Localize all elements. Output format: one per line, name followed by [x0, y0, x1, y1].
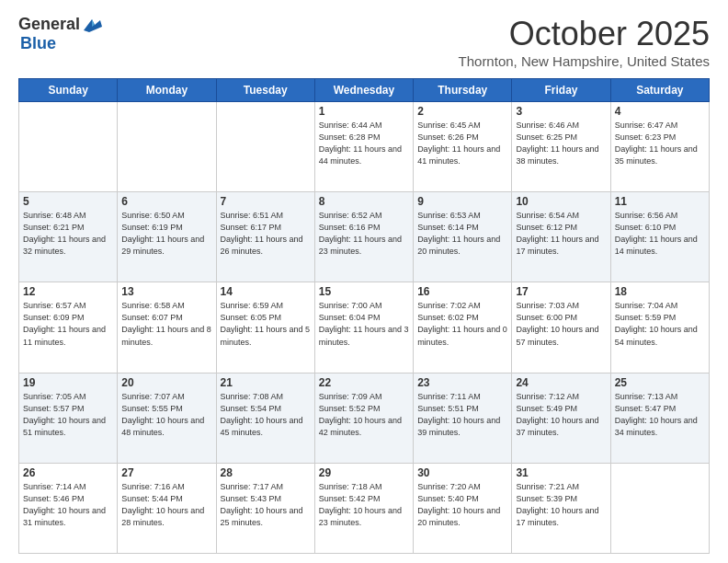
table-row: 15 Sunrise: 7:00 AM Sunset: 6:04 PM Dayl…	[314, 282, 413, 373]
day-number: 9	[417, 195, 507, 208]
sunset-text: Sunset: 6:14 PM	[417, 223, 479, 232]
daylight-text: Daylight: 10 hours and 28 minutes.	[121, 506, 204, 527]
daylight-text: Daylight: 10 hours and 17 minutes.	[516, 506, 598, 527]
cell-info: Sunrise: 7:20 AM Sunset: 5:40 PM Dayligh…	[417, 481, 507, 529]
cell-info: Sunrise: 7:05 AM Sunset: 5:57 PM Dayligh…	[23, 391, 113, 439]
daylight-text: Daylight: 11 hours and 0 minutes.	[417, 325, 507, 346]
sunrise-text: Sunrise: 6:44 AM	[319, 121, 382, 130]
day-number: 22	[319, 376, 409, 389]
day-number: 14	[221, 285, 311, 298]
daylight-text: Daylight: 11 hours and 3 minutes.	[319, 325, 409, 346]
sunrise-text: Sunrise: 6:58 AM	[121, 301, 185, 310]
sunset-text: Sunset: 6:19 PM	[121, 223, 183, 232]
sunrise-text: Sunrise: 7:20 AM	[417, 482, 481, 491]
cell-info: Sunrise: 6:50 AM Sunset: 6:19 PM Dayligh…	[121, 210, 211, 258]
col-header-friday: Friday	[512, 79, 610, 102]
day-number: 16	[417, 285, 507, 298]
cell-info: Sunrise: 7:03 AM Sunset: 6:00 PM Dayligh…	[516, 300, 606, 348]
day-number: 13	[121, 285, 211, 298]
day-number: 30	[417, 466, 507, 479]
table-row: 31 Sunrise: 7:21 AM Sunset: 5:39 PM Dayl…	[512, 463, 610, 553]
table-row: 25 Sunrise: 7:13 AM Sunset: 5:47 PM Dayl…	[610, 373, 709, 463]
table-row: 14 Sunrise: 6:59 AM Sunset: 6:05 PM Dayl…	[216, 282, 314, 373]
table-row: 8 Sunrise: 6:52 AM Sunset: 6:16 PM Dayli…	[314, 192, 413, 282]
day-number: 25	[615, 376, 705, 389]
daylight-text: Daylight: 11 hours and 26 minutes.	[221, 235, 303, 256]
sunset-text: Sunset: 5:46 PM	[23, 494, 85, 503]
table-row: 1 Sunrise: 6:44 AM Sunset: 6:28 PM Dayli…	[314, 102, 413, 192]
sunrise-text: Sunrise: 7:14 AM	[23, 482, 86, 491]
calendar-week-row: 26 Sunrise: 7:14 AM Sunset: 5:46 PM Dayl…	[19, 463, 710, 553]
table-row: 16 Sunrise: 7:02 AM Sunset: 6:02 PM Dayl…	[414, 282, 512, 373]
table-row	[216, 102, 314, 192]
cell-info: Sunrise: 7:14 AM Sunset: 5:46 PM Dayligh…	[23, 481, 113, 529]
day-number: 7	[221, 195, 311, 208]
daylight-text: Daylight: 10 hours and 54 minutes.	[615, 325, 698, 346]
daylight-text: Daylight: 11 hours and 20 minutes.	[417, 235, 500, 256]
sunrise-text: Sunrise: 7:18 AM	[319, 482, 382, 491]
sunrise-text: Sunrise: 6:45 AM	[417, 121, 481, 130]
sunset-text: Sunset: 6:17 PM	[221, 223, 282, 232]
sunrise-text: Sunrise: 7:12 AM	[516, 392, 579, 401]
day-number: 27	[121, 466, 211, 479]
table-row: 18 Sunrise: 7:04 AM Sunset: 5:59 PM Dayl…	[610, 282, 709, 373]
day-number: 10	[516, 195, 606, 208]
sunrise-text: Sunrise: 6:59 AM	[221, 301, 284, 310]
table-row: 27 Sunrise: 7:16 AM Sunset: 5:44 PM Dayl…	[118, 463, 216, 553]
sunrise-text: Sunrise: 7:08 AM	[221, 392, 284, 401]
sunset-text: Sunset: 5:40 PM	[417, 494, 479, 503]
sunset-text: Sunset: 6:25 PM	[516, 132, 577, 142]
calendar-week-row: 19 Sunrise: 7:05 AM Sunset: 5:57 PM Dayl…	[19, 373, 710, 463]
table-row: 17 Sunrise: 7:03 AM Sunset: 6:00 PM Dayl…	[512, 282, 610, 373]
day-number: 11	[615, 195, 705, 208]
col-header-sunday: Sunday	[19, 79, 118, 102]
daylight-text: Daylight: 11 hours and 32 minutes.	[23, 235, 106, 256]
cell-info: Sunrise: 6:53 AM Sunset: 6:14 PM Dayligh…	[417, 210, 507, 258]
day-number: 26	[23, 466, 113, 479]
cell-info: Sunrise: 7:11 AM Sunset: 5:51 PM Dayligh…	[417, 391, 507, 439]
table-row: 19 Sunrise: 7:05 AM Sunset: 5:57 PM Dayl…	[19, 373, 118, 463]
cell-info: Sunrise: 7:21 AM Sunset: 5:39 PM Dayligh…	[516, 481, 606, 529]
sunrise-text: Sunrise: 6:53 AM	[417, 211, 481, 220]
table-row	[610, 463, 709, 553]
sunset-text: Sunset: 6:09 PM	[23, 313, 85, 322]
table-row: 9 Sunrise: 6:53 AM Sunset: 6:14 PM Dayli…	[414, 192, 512, 282]
sunset-text: Sunset: 5:52 PM	[319, 404, 381, 413]
sunrise-text: Sunrise: 7:16 AM	[121, 482, 185, 491]
sunset-text: Sunset: 5:54 PM	[221, 404, 282, 413]
day-number: 24	[516, 376, 606, 389]
daylight-text: Daylight: 11 hours and 8 minutes.	[121, 325, 211, 346]
sunset-text: Sunset: 6:21 PM	[23, 223, 85, 232]
calendar-week-row: 12 Sunrise: 6:57 AM Sunset: 6:09 PM Dayl…	[19, 282, 710, 373]
sunset-text: Sunset: 5:42 PM	[319, 494, 381, 503]
sunrise-text: Sunrise: 6:47 AM	[615, 121, 678, 130]
sunrise-text: Sunrise: 6:51 AM	[221, 211, 284, 220]
sunrise-text: Sunrise: 7:17 AM	[221, 482, 284, 491]
cell-info: Sunrise: 7:13 AM Sunset: 5:47 PM Dayligh…	[615, 391, 705, 439]
daylight-text: Daylight: 10 hours and 42 minutes.	[319, 416, 402, 437]
day-number: 17	[516, 285, 606, 298]
cell-info: Sunrise: 6:58 AM Sunset: 6:07 PM Dayligh…	[121, 300, 211, 348]
month-title: October 2025	[459, 15, 710, 53]
cell-info: Sunrise: 7:08 AM Sunset: 5:54 PM Dayligh…	[221, 391, 311, 439]
logo-bird-icon	[82, 17, 102, 32]
sunrise-text: Sunrise: 6:50 AM	[121, 211, 185, 220]
sunrise-text: Sunrise: 7:07 AM	[121, 392, 185, 401]
daylight-text: Daylight: 10 hours and 23 minutes.	[319, 506, 402, 527]
location-title: Thornton, New Hampshire, United States	[459, 53, 710, 69]
cell-info: Sunrise: 6:54 AM Sunset: 6:12 PM Dayligh…	[516, 210, 606, 258]
table-row	[118, 102, 216, 192]
cell-info: Sunrise: 7:02 AM Sunset: 6:02 PM Dayligh…	[417, 300, 507, 348]
daylight-text: Daylight: 10 hours and 45 minutes.	[221, 416, 303, 437]
day-number: 8	[319, 195, 409, 208]
cell-info: Sunrise: 7:07 AM Sunset: 5:55 PM Dayligh…	[121, 391, 211, 439]
sunset-text: Sunset: 6:02 PM	[417, 313, 479, 322]
col-header-thursday: Thursday	[414, 79, 512, 102]
sunrise-text: Sunrise: 6:57 AM	[23, 301, 86, 310]
daylight-text: Daylight: 10 hours and 20 minutes.	[417, 506, 500, 527]
daylight-text: Daylight: 11 hours and 14 minutes.	[615, 235, 698, 256]
sunset-text: Sunset: 6:16 PM	[319, 223, 381, 232]
day-number: 3	[516, 105, 606, 118]
sunrise-text: Sunrise: 6:48 AM	[23, 211, 86, 220]
sunset-text: Sunset: 6:04 PM	[319, 313, 381, 322]
